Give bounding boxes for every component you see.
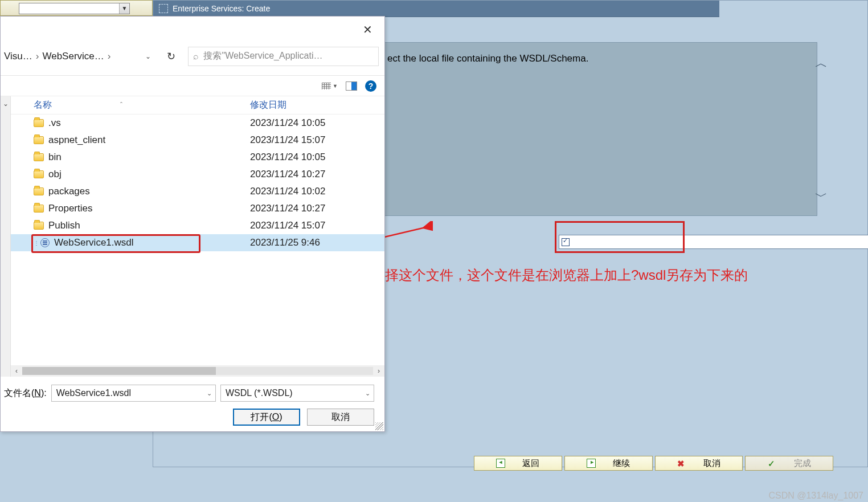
file-row[interactable]: ⋮WebService1.wsdl2023/11/25 9:46 — [11, 234, 384, 251]
nav-tree-stub[interactable]: ⌄ — [1, 96, 11, 377]
wsdl-file-icon — [40, 238, 50, 247]
file-date: 2023/11/25 9:46 — [250, 237, 384, 248]
file-name: .vs — [48, 117, 61, 129]
file-name: packages — [48, 186, 90, 197]
dialog-nav-bar: Visu… › WebService… › ⌄ ↻ ⌕ 搜索"WebServic… — [1, 37, 384, 76]
dialog-toolbar: ▼ ? — [1, 76, 384, 96]
file-name: WebService1.wsdl — [54, 237, 134, 248]
column-headers[interactable]: 名称ˆ 修改日期 — [11, 96, 384, 115]
sort-indicator-icon: ˆ — [120, 101, 122, 109]
file-date: 2023/11/24 10:27 — [250, 203, 384, 214]
file-open-dialog: ✕ Visu… › WebService… › ⌄ ↻ ⌕ 搜索"WebServ… — [0, 16, 385, 432]
file-date: 2023/11/24 15:07 — [250, 134, 384, 146]
scroll-thumb[interactable] — [22, 367, 216, 375]
file-name: aspnet_client — [48, 134, 105, 146]
scroll-left-icon[interactable]: ‹ — [11, 366, 22, 376]
file-row[interactable]: bin2023/11/24 10:05 — [11, 149, 384, 166]
file-date: 2023/11/24 10:02 — [250, 186, 384, 197]
next-icon — [587, 459, 596, 468]
resize-grip-icon[interactable] — [375, 422, 383, 430]
file-row[interactable]: Publish2023/11/24 15:07 — [11, 217, 384, 234]
back-button[interactable]: 返回 — [474, 456, 562, 471]
toolbar-combo[interactable]: ▼ — [19, 3, 130, 14]
grid-icon — [322, 83, 331, 89]
search-icon: ⌕ — [193, 51, 199, 62]
folder-icon — [34, 187, 44, 195]
sap-window-titlebar: Enterprise Services: Create — [153, 1, 719, 17]
file-date: 2023/11/24 10:27 — [250, 169, 384, 180]
file-row[interactable]: aspnet_client2023/11/24 15:07 — [11, 132, 384, 149]
done-icon — [768, 459, 777, 468]
refresh-button[interactable]: ↻ — [162, 47, 180, 66]
file-list: .vs2023/11/24 10:05aspnet_client2023/11/… — [11, 115, 384, 365]
file-name: obj — [48, 169, 62, 180]
annotation-box-input — [555, 221, 685, 253]
file-name: Publish — [48, 220, 80, 231]
chevron-right-icon: › — [108, 51, 111, 62]
folder-icon — [34, 136, 44, 144]
folder-icon — [34, 153, 44, 161]
filename-label: 文件名(N): — [4, 387, 47, 399]
scroll-up-icon[interactable]: ︿ — [815, 55, 826, 66]
filetype-select[interactable]: WSDL (*.WSDL) ⌄ — [220, 385, 374, 402]
col-name-header[interactable]: 名称 — [34, 99, 52, 111]
breadcrumb-dropdown[interactable]: ⌄ — [141, 50, 155, 63]
chevron-right-icon: › — [36, 51, 39, 62]
file-date: 2023/11/24 10:05 — [250, 152, 384, 163]
view-mode-button[interactable]: ▼ — [322, 80, 338, 92]
preview-pane-button[interactable] — [346, 81, 357, 91]
search-placeholder: 搜索"WebService_Applicati… — [203, 50, 322, 62]
close-button[interactable]: ✕ — [356, 21, 379, 38]
file-row[interactable]: obj2023/11/24 10:27 — [11, 166, 384, 183]
folder-icon — [34, 119, 44, 127]
file-row[interactable]: packages2023/11/24 10:02 — [11, 183, 384, 200]
horizontal-scrollbar[interactable]: ‹ › — [11, 365, 384, 377]
file-row[interactable]: .vs2023/11/24 10:05 — [11, 115, 384, 132]
cancel-icon — [677, 459, 686, 468]
next-button[interactable]: 继续 — [564, 456, 653, 471]
file-name: Properties — [48, 203, 92, 214]
col-date-header[interactable]: 修改日期 — [250, 99, 384, 111]
folder-icon — [34, 205, 44, 213]
open-button[interactable]: 打开(O) — [233, 409, 300, 426]
file-date: 2023/11/24 10:05 — [250, 117, 384, 129]
filename-input[interactable]: WebService1.wsdl ⌄ — [51, 385, 216, 402]
help-button[interactable]: ? — [365, 80, 376, 92]
scroll-right-icon[interactable]: › — [373, 366, 384, 376]
file-icon-prefix: ⋮ — [34, 240, 37, 246]
annotation-text: 选择这个文件，这个文件是在浏览器上加上?wsdl另存为下来的 — [371, 264, 810, 286]
sap-window-title: Enterprise Services: Create — [173, 4, 270, 13]
cancel-button[interactable]: 取消 — [655, 456, 743, 471]
scroll-track[interactable] — [22, 367, 373, 375]
toolbar-background: ▼ — [0, 0, 153, 16]
dialog-cancel-button[interactable]: 取消 — [307, 409, 374, 426]
chevron-down-icon: ▼ — [333, 83, 338, 89]
file-name: bin — [48, 152, 62, 163]
file-row[interactable]: Properties2023/11/24 10:27 — [11, 200, 384, 217]
scroll-down-icon[interactable]: ﹀ — [815, 188, 826, 199]
chevron-down-icon: ⌄ — [207, 390, 212, 397]
search-input[interactable]: ⌕ 搜索"WebService_Applicati… — [188, 47, 379, 66]
breadcrumb-part-2[interactable]: WebService… — [42, 51, 104, 62]
folder-icon — [34, 170, 44, 178]
folder-icon — [34, 222, 44, 230]
back-icon — [496, 459, 505, 468]
chevron-down-icon: ⌄ — [365, 390, 370, 397]
wizard-button-bar: 返回 继续 取消 完成 — [474, 456, 833, 471]
finish-button: 完成 — [745, 456, 833, 471]
window-icon — [159, 4, 168, 13]
breadcrumb-part-1[interactable]: Visu… — [4, 51, 32, 62]
breadcrumb[interactable]: Visu… › WebService… › — [4, 51, 114, 62]
file-date: 2023/11/24 15:07 — [250, 220, 384, 231]
watermark: CSDN @1314lay_1007 — [768, 491, 863, 501]
dropdown-arrow-icon: ▼ — [119, 3, 129, 14]
